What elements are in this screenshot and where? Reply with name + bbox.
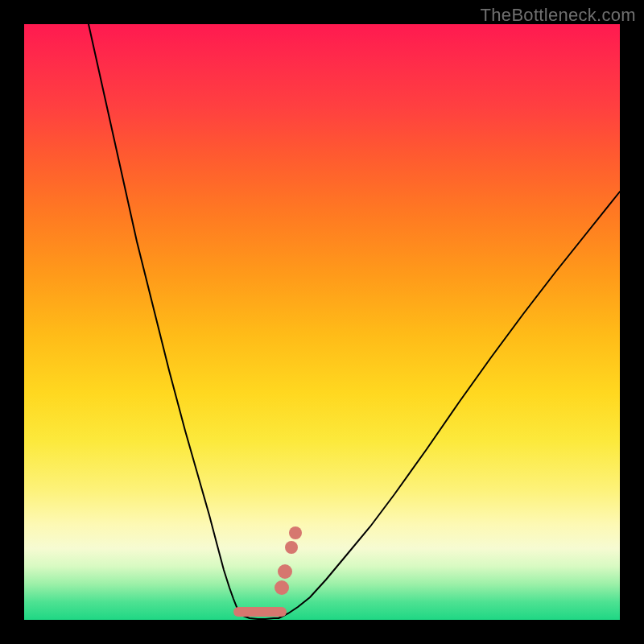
marker-dot [275, 580, 289, 595]
marker-dot [285, 541, 298, 554]
plot-area [24, 24, 620, 620]
marker-dot [278, 564, 292, 579]
outer-frame: TheBottleneck.com [0, 0, 644, 644]
right-curve [279, 192, 620, 618]
marker-dot [289, 526, 302, 539]
left-curve [89, 24, 243, 616]
watermark-label: TheBottleneck.com [481, 5, 636, 26]
chart-svg [24, 24, 620, 620]
marker-dots [275, 526, 302, 595]
